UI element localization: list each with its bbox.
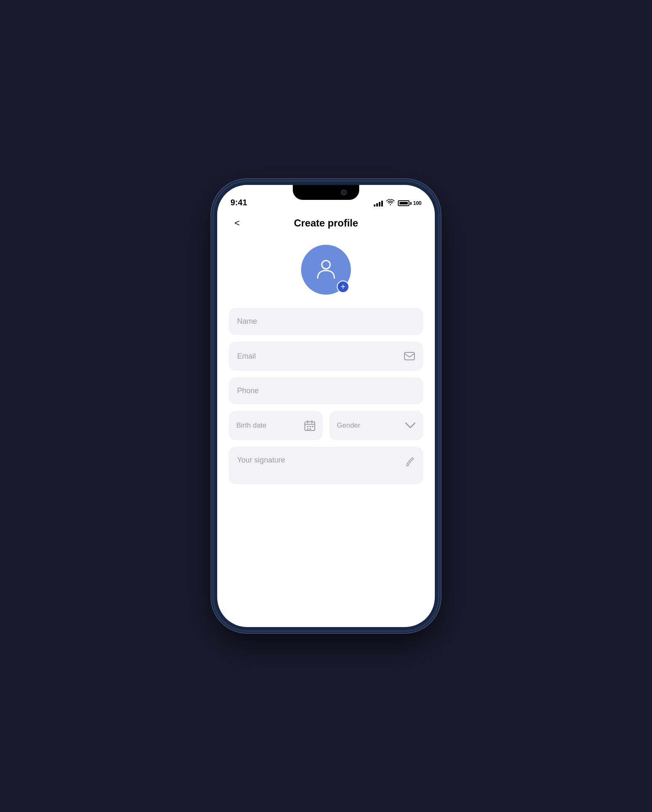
phone-frame: 9:41 bbox=[214, 182, 438, 630]
email-icon bbox=[404, 351, 415, 362]
back-button[interactable]: < bbox=[229, 215, 245, 231]
phone-placeholder: Phone bbox=[237, 386, 259, 395]
battery-text: 100 bbox=[413, 200, 422, 206]
person-icon bbox=[314, 256, 338, 283]
name-placeholder: Name bbox=[237, 317, 257, 326]
screen-content: < Create profile bbox=[217, 212, 435, 627]
signal-bars-icon bbox=[374, 200, 383, 207]
calendar-icon bbox=[304, 420, 315, 431]
svg-rect-4 bbox=[309, 426, 311, 427]
chevron-down-icon bbox=[405, 420, 416, 431]
page-title: Create profile bbox=[294, 217, 358, 229]
wifi-icon bbox=[386, 199, 395, 207]
email-field[interactable]: Email bbox=[229, 342, 423, 371]
notch bbox=[293, 185, 359, 200]
phone-wrapper: 9:41 bbox=[214, 182, 438, 630]
avatar-add-button[interactable]: + bbox=[337, 281, 349, 293]
birth-date-field[interactable]: Birth date bbox=[229, 411, 323, 440]
signature-field[interactable]: Your signature bbox=[229, 447, 423, 484]
signature-placeholder: Your signature bbox=[237, 456, 285, 465]
status-time: 9:41 bbox=[230, 198, 247, 207]
phone-field[interactable]: Phone bbox=[229, 377, 423, 404]
phone-screen: 9:41 bbox=[217, 185, 435, 627]
name-field[interactable]: Name bbox=[229, 308, 423, 335]
status-icons: 100 bbox=[374, 199, 422, 207]
svg-point-0 bbox=[322, 261, 330, 269]
svg-rect-7 bbox=[309, 428, 311, 430]
svg-rect-1 bbox=[404, 352, 414, 360]
svg-rect-6 bbox=[307, 428, 309, 430]
form-fields: Name Email Phone bbox=[229, 308, 423, 484]
svg-rect-5 bbox=[312, 426, 314, 427]
gender-field[interactable]: Gender bbox=[329, 411, 423, 440]
birth-date-placeholder: Birth date bbox=[236, 421, 267, 430]
svg-rect-3 bbox=[307, 426, 309, 427]
email-placeholder: Email bbox=[237, 352, 256, 361]
avatar-section: + bbox=[229, 245, 423, 295]
page-header: < Create profile bbox=[229, 212, 423, 231]
avatar-upload-button[interactable]: + bbox=[301, 245, 351, 295]
notch-camera bbox=[341, 189, 347, 195]
signature-pen-icon bbox=[404, 456, 415, 467]
back-chevron-icon: < bbox=[235, 218, 240, 229]
status-bar: 9:41 bbox=[217, 185, 435, 212]
birth-gender-row: Birth date bbox=[229, 411, 423, 440]
battery-icon: 100 bbox=[398, 200, 422, 206]
gender-placeholder: Gender bbox=[337, 421, 360, 430]
